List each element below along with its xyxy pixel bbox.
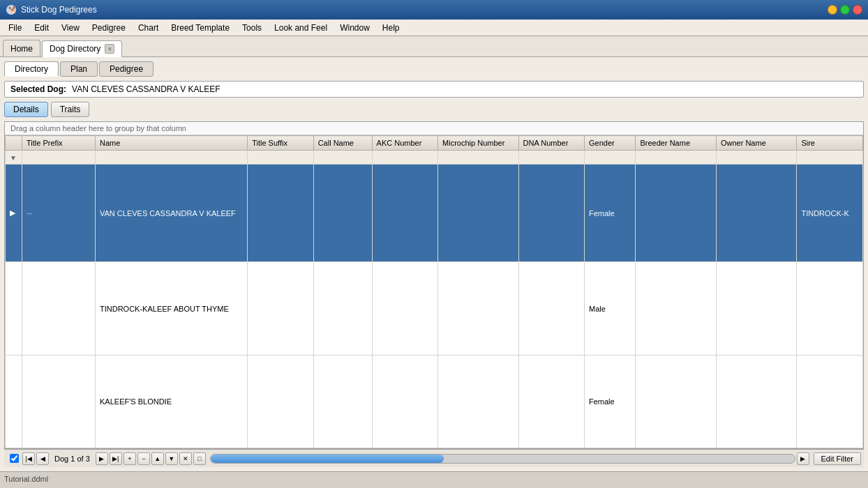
nav-last-button[interactable]: ▶| [110,452,122,465]
cell-dna [518,355,584,448]
cell-gender: Female [585,355,636,448]
cell-call-name [313,262,372,355]
nav-expand-button[interactable]: □ [193,452,206,465]
cell-dna [518,262,584,355]
cell-title-prefix [22,355,96,448]
nav-first-button[interactable]: |◀ [22,452,35,465]
col-header-name[interactable]: Name [96,136,248,151]
nav-up-button[interactable]: ▲ [151,452,164,465]
table-row[interactable]: KALEEF'S BLONDIEFemale [6,355,863,448]
grid-scroll-area[interactable]: Title Prefix Name Title Suffix Call Name… [5,135,863,448]
sub-tabs: Directory Plan Pedigree [4,61,864,77]
footer-filename: Tutorial.ddml [4,475,48,483]
table-row[interactable]: ▶···VAN CLEVES CASSANDRA V KALEEFFemaleT… [6,165,863,262]
cell-gender: Male [585,262,636,355]
cell-call-name [313,355,372,448]
title-bar: 🐕 Stick Dog Pedigrees [0,0,868,20]
nav-status: Dog 1 of 3 [54,455,90,463]
col-header-call-name[interactable]: Call Name [313,136,372,151]
tab-close-button[interactable]: × [105,44,114,54]
col-header-title-suffix[interactable]: Title Suffix [248,136,313,151]
col-selector-call-name [313,151,372,165]
nav-delete-button[interactable]: − [137,452,150,465]
details-button[interactable]: Details [4,102,48,117]
col-selector-sire [797,151,863,165]
col-header-gender[interactable]: Gender [585,136,636,151]
col-selector-dna [518,151,584,165]
subtab-directory[interactable]: Directory [4,61,59,77]
cell-title-suffix [248,262,313,355]
close-button[interactable] [853,5,862,15]
col-selector-title-suffix [248,151,313,165]
cell-akc-number [372,165,437,262]
col-header-sire[interactable]: Sire [797,136,863,151]
col-header-breeder[interactable]: Breeder Name [636,136,716,151]
menu-tools[interactable]: Tools [237,22,267,34]
nav-controls: |◀ ◀ Dog 1 of 3 ▶ ▶| + − ▲ ▼ ✕ □ [22,452,206,465]
svg-text:🐕: 🐕 [8,6,17,15]
col-header-indicator[interactable] [6,136,22,151]
horizontal-scrollbar[interactable] [210,454,795,464]
tab-dog-directory[interactable]: Dog Directory × [42,40,122,57]
nav-down-button[interactable]: ▼ [165,452,178,465]
table-row[interactable]: TINDROCK-KALEEF ABOUT THYMEMale [6,262,863,355]
menu-look-and-feel[interactable]: Look and Feel [269,22,333,34]
nav-clear-button[interactable]: ✕ [179,452,192,465]
grid-container: Drag a column header here to group by th… [4,121,864,449]
menu-pedigree[interactable]: Pedigree [87,22,131,34]
col-selector-breeder [636,151,716,165]
menu-breed-template[interactable]: Breed Template [165,22,235,34]
scroll-right-btn[interactable]: ▶ [797,452,809,465]
menu-edit[interactable]: Edit [29,22,54,34]
cell-title-suffix [248,355,313,448]
bottom-controls: |◀ ◀ Dog 1 of 3 ▶ ▶| + − ▲ ▼ ✕ □ ▶ Edit … [4,449,864,467]
cell-microchip [438,355,518,448]
tab-bar: Home Dog Directory × [0,36,868,57]
cell-owner [716,355,796,448]
cell-name: KALEEF'S BLONDIE [96,355,248,448]
col-selector-microchip [438,151,518,165]
edit-filter-button[interactable]: Edit Filter [814,452,861,465]
nav-next-button[interactable]: ▶ [96,452,108,465]
menu-view[interactable]: View [56,22,85,34]
subtab-plan[interactable]: Plan [60,61,98,77]
row-edit-icon[interactable]: ··· [27,210,32,218]
app-icon: 🐕 [6,4,17,15]
cell-sire: TINDROCK-K [797,165,863,262]
cell-breeder [636,165,716,262]
cell-title-prefix [22,262,96,355]
cell-breeder [636,262,716,355]
selected-dog-label: Selected Dog: [10,84,66,94]
checkbox-area [7,452,21,466]
col-header-akc-number[interactable]: AKC Number [372,136,437,151]
row-indicator [6,262,22,355]
menu-chart[interactable]: Chart [133,22,164,34]
row-indicator [6,355,22,448]
col-header-dna[interactable]: DNA Number [518,136,584,151]
col-header-microchip[interactable]: Microchip Number [438,136,518,151]
col-header-owner[interactable]: Owner Name [716,136,796,151]
cell-name: VAN CLEVES CASSANDRA V KALEEF [96,165,248,262]
window-controls [828,5,862,15]
menu-help[interactable]: Help [377,22,405,34]
drag-hint: Drag a column header here to group by th… [5,122,863,135]
grid-checkbox[interactable] [10,454,19,463]
col-selector-title-prefix [22,151,96,165]
menu-window[interactable]: Window [334,22,375,34]
menu-bar: File Edit View Pedigree Chart Breed Temp… [0,20,868,36]
tab-home[interactable]: Home [3,40,40,56]
data-grid: Title Prefix Name Title Suffix Call Name… [5,135,863,448]
main-content: Directory Plan Pedigree Selected Dog: VA… [0,57,868,471]
cell-microchip [438,262,518,355]
traits-button[interactable]: Traits [51,102,90,117]
cell-breeder [636,355,716,448]
minimize-button[interactable] [828,5,837,15]
maximize-button[interactable] [840,5,850,15]
menu-file[interactable]: File [3,22,27,34]
nav-add-button[interactable]: + [124,452,136,465]
col-header-title-prefix[interactable]: Title Prefix [22,136,96,151]
action-buttons: Details Traits [4,102,864,117]
subtab-pedigree[interactable]: Pedigree [99,61,154,77]
cell-akc-number [372,262,437,355]
nav-prev-button[interactable]: ◀ [36,452,49,465]
